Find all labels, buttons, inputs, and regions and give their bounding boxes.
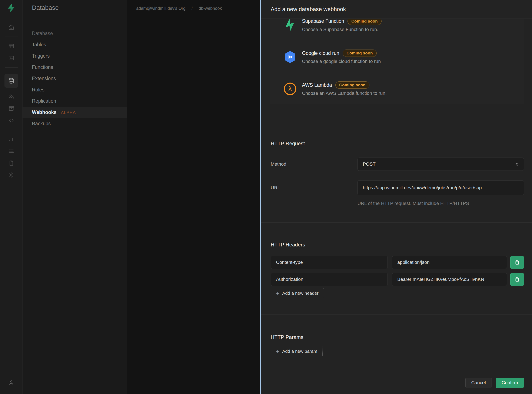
coming-soon-badge: Coming soon — [342, 50, 377, 57]
auth-users-icon[interactable] — [7, 92, 16, 101]
supabase-bolt-icon — [283, 19, 297, 32]
add-param-label: Add a new param — [282, 349, 317, 354]
header-row — [271, 256, 524, 269]
http-request-title: HTTP Request — [271, 140, 524, 146]
trash-icon — [514, 259, 520, 266]
webhook-type-list: Supabase Function Coming soon Choose a S… — [261, 19, 532, 104]
option-title: Supabase Function — [302, 19, 344, 24]
method-value: POST — [363, 161, 376, 167]
option-description: Choose a google cloud function to run — [302, 59, 381, 64]
header-value-input[interactable] — [392, 273, 507, 286]
sidebar-item-label: Webhooks — [32, 109, 57, 115]
storage-icon[interactable] — [7, 104, 16, 113]
user-profile-icon[interactable] — [7, 378, 16, 387]
add-header-button[interactable]: + Add a new header — [271, 288, 324, 298]
table-editor-icon[interactable] — [7, 41, 16, 51]
url-input[interactable] — [358, 180, 524, 195]
svg-text:λ: λ — [288, 85, 292, 93]
database-sidebar: Database Database Tables Triggers Functi… — [23, 0, 127, 394]
icon-rail — [0, 0, 23, 394]
cancel-button[interactable]: Cancel — [465, 378, 492, 388]
settings-gear-icon[interactable] — [7, 170, 16, 180]
add-webhook-panel: Add a new database webhook — [261, 0, 532, 394]
http-params-title: HTTP Params — [271, 334, 524, 340]
coming-soon-badge: Coming soon — [348, 19, 382, 25]
aws-lambda-icon: λ — [283, 82, 297, 96]
method-label: Method — [271, 161, 358, 167]
coming-soon-badge: Coming soon — [335, 81, 369, 89]
home-icon[interactable] — [7, 23, 16, 32]
sidebar-item-webhooks[interactable]: WebhooksALPHA — [23, 107, 127, 118]
option-description: Choose an AWS Lambda function to run. — [302, 91, 387, 96]
select-chevrons-icon — [514, 161, 520, 167]
plus-icon: + — [276, 290, 279, 296]
header-value-input[interactable] — [392, 256, 507, 269]
sidebar-item-replication[interactable]: Replication — [23, 95, 127, 107]
breadcrumb-separator: / — [185, 6, 199, 11]
database-icon[interactable] — [5, 74, 18, 88]
sidebar-nav: Database Tables Triggers Functions Exten… — [23, 28, 127, 129]
method-select[interactable]: POST — [358, 158, 524, 171]
google-cloud-run-icon — [283, 50, 297, 64]
page-title: Database — [32, 4, 127, 11]
sidebar-section-label: Database — [23, 28, 127, 39]
breadcrumb-project[interactable]: db-webhook — [199, 6, 222, 11]
supabase-logo-icon[interactable] — [6, 3, 16, 13]
http-headers-section: HTTP Headers + Add a new header — [261, 223, 532, 298]
reports-icon[interactable] — [7, 135, 16, 144]
sidebar-item-triggers[interactable]: Triggers — [23, 50, 127, 62]
url-help-text: URL of the HTTP request. Must include HT… — [358, 201, 524, 206]
sidebar-item-roles[interactable]: Roles — [23, 84, 127, 95]
sidebar-item-functions[interactable]: Functions — [23, 62, 127, 73]
option-supabase-function[interactable]: Supabase Function Coming soon Choose a S… — [270, 19, 524, 41]
delete-header-button[interactable] — [510, 256, 524, 269]
breadcrumb: adam@windmill.dev's Org / db-webhook — [127, 0, 260, 11]
add-header-label: Add a new header — [282, 291, 318, 296]
option-aws-lambda[interactable]: λ AWS Lambda Coming soon Choose an AWS L… — [270, 73, 524, 104]
url-label: URL — [271, 180, 358, 195]
app-root: Database Database Tables Triggers Functi… — [0, 0, 532, 394]
logs-icon[interactable] — [7, 146, 16, 156]
edge-functions-icon[interactable] — [7, 116, 16, 125]
alpha-badge: ALPHA — [61, 110, 76, 115]
option-description: Choose a Supabase Function to run. — [302, 27, 382, 32]
header-key-input[interactable] — [271, 273, 388, 286]
plus-icon: + — [276, 348, 279, 354]
option-title: Google cloud run — [302, 50, 339, 56]
docs-icon[interactable] — [7, 158, 16, 168]
webhook-type-card: Supabase Function Coming soon Choose a S… — [270, 19, 524, 104]
rail-icon-nav — [5, 21, 18, 181]
sidebar-item-extensions[interactable]: Extensions — [23, 73, 127, 84]
add-param-button[interactable]: + Add a new param — [271, 346, 323, 356]
confirm-button[interactable]: Confirm — [496, 378, 524, 388]
header-row — [271, 273, 524, 286]
option-title: AWS Lambda — [302, 82, 332, 88]
option-google-cloud-run[interactable]: Google cloud run Coming soon Choose a go… — [270, 41, 524, 73]
panel-footer: Cancel Confirm — [261, 371, 532, 394]
panel-header: Add a new database webhook — [261, 0, 532, 19]
sidebar-item-tables[interactable]: Tables — [23, 39, 127, 50]
sql-editor-icon[interactable] — [7, 53, 16, 63]
header-key-input[interactable] — [271, 256, 388, 269]
panel-title: Add a new database webhook — [271, 6, 346, 13]
rail-divider — [5, 36, 18, 37]
main-content-area: adam@windmill.dev's Org / db-webhook — [127, 0, 260, 394]
http-headers-title: HTTP Headers — [271, 242, 524, 248]
http-request-section: HTTP Request Method POST URL URL of the … — [261, 122, 532, 206]
delete-header-button[interactable] — [510, 273, 524, 286]
trash-icon — [514, 276, 520, 283]
rail-divider — [5, 130, 18, 130]
http-params-section: HTTP Params + Add a new param — [261, 315, 532, 356]
sidebar-item-backups[interactable]: Backups — [23, 118, 127, 129]
rail-divider — [5, 67, 18, 68]
main-app-dimmed: Database Database Tables Triggers Functi… — [0, 0, 260, 394]
breadcrumb-org[interactable]: adam@windmill.dev's Org — [136, 6, 185, 11]
